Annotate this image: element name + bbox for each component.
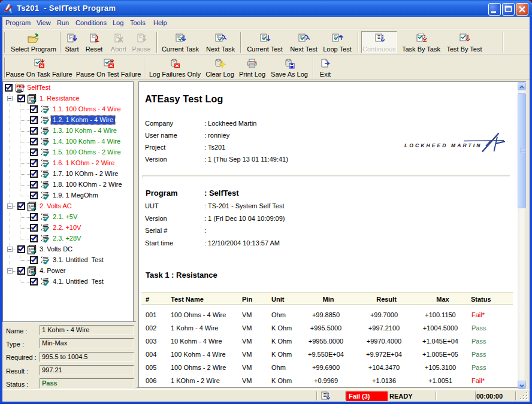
- svg-text:s: s: [10, 9, 13, 14]
- svg-text:PRG: PRG: [16, 84, 25, 89]
- svg-text:LOCKHEED MARTIN: LOCKHEED MARTIN: [404, 142, 482, 148]
